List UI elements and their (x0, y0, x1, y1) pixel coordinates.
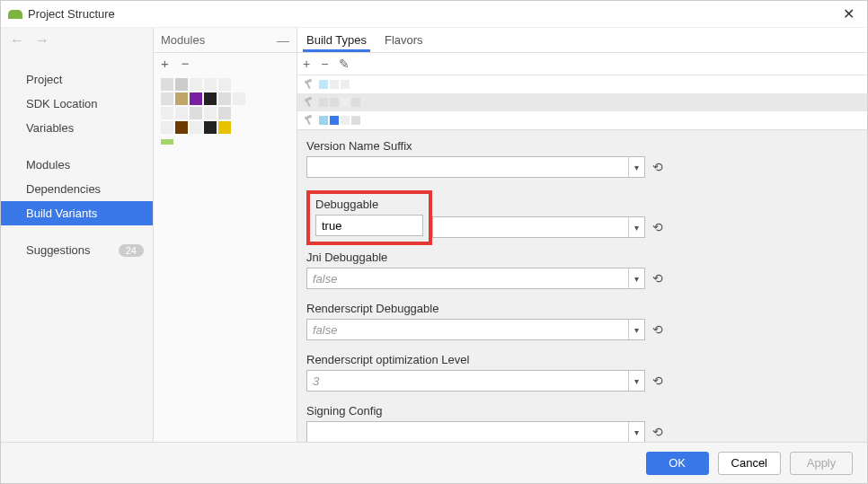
sidebar-item-label: Dependencies (26, 182, 101, 196)
revert-icon[interactable]: ⟲ (652, 425, 661, 439)
signing-config-combo[interactable]: ▾ (306, 421, 645, 442)
field-label: Renderscript Debuggable (306, 302, 855, 315)
remove-module-icon[interactable]: − (182, 57, 190, 70)
chevron-down-icon[interactable]: ▾ (628, 320, 644, 339)
collapse-icon[interactable]: — (277, 33, 289, 48)
sidebar-item-label: Variables (26, 121, 74, 135)
sidebar-item-label: Suggestions (26, 243, 91, 257)
sidebar-item-project[interactable]: Project (1, 67, 153, 92)
dialog-body: ← → Project SDK Location Variables Modul… (1, 28, 867, 442)
add-build-type-icon[interactable]: + (303, 57, 310, 70)
modules-header-label: Modules (161, 33, 205, 47)
sidebar-list: Project SDK Location Variables Modules D… (1, 53, 153, 262)
sidebar-item-label: SDK Location (26, 97, 98, 110)
hammer-icon (303, 79, 314, 90)
field-jni-debuggable: Jni Debuggable ▾ ⟲ (306, 251, 855, 289)
tabs: Build Types Flavors (297, 28, 867, 53)
chevron-down-icon[interactable]: ▾ (628, 371, 644, 391)
sidebar-item-variables[interactable]: Variables (1, 116, 153, 140)
dialog-footer: OK Cancel Apply (1, 442, 867, 483)
android-icon (8, 10, 22, 19)
revert-icon[interactable]: ⟲ (652, 374, 661, 388)
sidebar-item-label: Build Variants (26, 207, 97, 220)
forward-icon[interactable]: → (35, 32, 49, 48)
chevron-down-icon[interactable]: ▾ (628, 422, 644, 442)
revert-icon[interactable]: ⟲ (652, 160, 661, 174)
sidebar-item-build-variants[interactable]: Build Variants (1, 201, 153, 225)
signing-config-input[interactable] (307, 422, 628, 442)
field-label: Jni Debuggable (306, 251, 855, 264)
apply-button[interactable]: Apply (790, 452, 853, 475)
build-type-row[interactable] (297, 93, 867, 111)
hammer-icon (303, 97, 314, 108)
sidebar-item-modules[interactable]: Modules (1, 153, 153, 177)
edit-icon[interactable]: ✎ (339, 57, 350, 70)
modules-header: Modules — (154, 28, 297, 53)
modules-column: Modules — + − (154, 28, 297, 442)
build-type-list (297, 75, 867, 129)
tab-flavors[interactable]: Flavors (381, 30, 427, 52)
sidebar-item-label: Project (26, 73, 62, 86)
debuggable-combo-tail[interactable]: ▾ (432, 216, 645, 238)
chevron-down-icon[interactable]: ▾ (628, 268, 644, 288)
debuggable-input-tail[interactable] (433, 217, 628, 237)
field-label: Signing Config (306, 404, 855, 418)
field-signing-config: Signing Config ▾ ⟲ (306, 404, 855, 442)
main-panel: Build Types Flavors + − ✎ (297, 28, 867, 442)
hammer-icon (303, 115, 314, 126)
project-structure-dialog: Project Structure ✕ ← → Project SDK Loca… (0, 0, 868, 484)
modules-list[interactable] (154, 73, 297, 152)
suggestions-badge: 24 (119, 244, 144, 257)
field-label: Debuggable (315, 198, 423, 211)
add-module-icon[interactable]: + (161, 57, 169, 70)
jni-debuggable-input[interactable] (307, 268, 628, 288)
titlebar: Project Structure ✕ (1, 1, 867, 28)
debuggable-combo-visible[interactable] (315, 215, 423, 236)
sidebar-item-sdk-location[interactable]: SDK Location (1, 92, 153, 116)
field-renderscript-optimization: Renderscript optimization Level ▾ ⟲ (306, 353, 855, 392)
version-name-suffix-input[interactable] (307, 157, 628, 177)
build-types-toolbar: + − ✎ (297, 53, 867, 75)
close-icon[interactable]: ✕ (837, 4, 860, 24)
modules-toolbar: + − (154, 53, 297, 73)
window-title: Project Structure (28, 7, 115, 21)
properties-form: Version Name Suffix ▾ ⟲ Debuggable (297, 129, 867, 442)
field-debuggable-tail: ▾ ⟲ (432, 216, 855, 238)
field-version-name-suffix: Version Name Suffix ▾ ⟲ (306, 139, 855, 178)
revert-icon[interactable]: ⟲ (652, 322, 661, 337)
debuggable-highlight: Debuggable (306, 190, 432, 245)
revert-icon[interactable]: ⟲ (652, 271, 661, 286)
revert-icon[interactable]: ⟲ (652, 220, 661, 234)
field-renderscript-debuggable: Renderscript Debuggable ▾ ⟲ (306, 302, 855, 340)
field-label: Renderscript optimization Level (306, 353, 855, 366)
renderscript-optimization-input[interactable] (307, 371, 628, 391)
remove-build-type-icon[interactable]: − (321, 57, 328, 70)
sidebar-item-suggestions[interactable]: Suggestions 24 (1, 238, 153, 262)
chevron-down-icon[interactable]: ▾ (628, 157, 644, 177)
build-type-row[interactable] (297, 75, 867, 93)
renderscript-debuggable-input[interactable] (307, 320, 628, 339)
sidebar-item-label: Modules (26, 158, 70, 172)
renderscript-optimization-combo[interactable]: ▾ (306, 370, 645, 392)
sidebar: ← → Project SDK Location Variables Modul… (1, 28, 154, 442)
debuggable-input[interactable] (316, 219, 422, 233)
field-label: Version Name Suffix (306, 139, 855, 153)
jni-debuggable-combo[interactable]: ▾ (306, 268, 645, 289)
renderscript-debuggable-combo[interactable]: ▾ (306, 319, 645, 340)
ok-button[interactable]: OK (646, 452, 709, 475)
version-name-suffix-combo[interactable]: ▾ (306, 156, 645, 178)
cancel-button[interactable]: Cancel (718, 452, 781, 475)
build-type-row[interactable] (297, 111, 867, 129)
chevron-down-icon[interactable]: ▾ (628, 217, 644, 237)
tab-build-types[interactable]: Build Types (303, 30, 370, 52)
sidebar-item-dependencies[interactable]: Dependencies (1, 177, 153, 201)
nav-arrows: ← → (1, 28, 153, 53)
back-icon[interactable]: ← (10, 32, 24, 48)
